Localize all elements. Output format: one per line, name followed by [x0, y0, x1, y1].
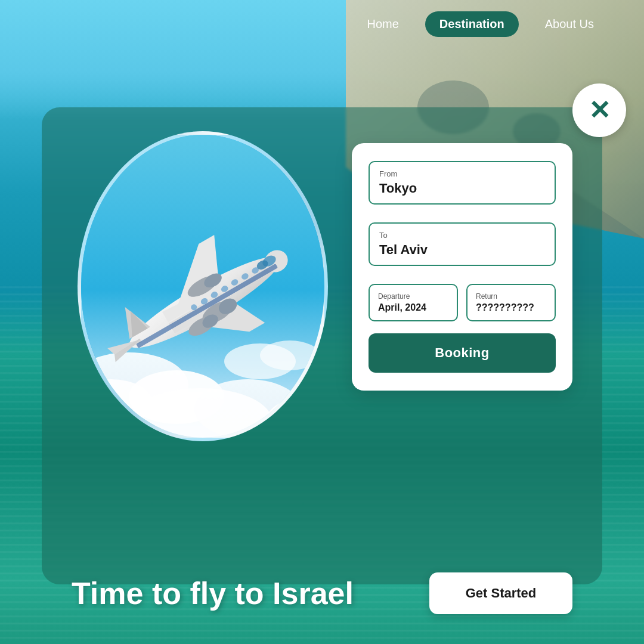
- booking-button[interactable]: Booking: [369, 333, 556, 373]
- plane-image-oval: [78, 131, 328, 441]
- nav-destination[interactable]: Destination: [425, 11, 519, 37]
- bottom-section: Time to fly to Israel Get Started: [72, 572, 572, 614]
- nav-home[interactable]: Home: [352, 11, 413, 37]
- get-started-button[interactable]: Get Started: [429, 572, 572, 614]
- booking-panel: From Tokyo To Tel Aviv Departure April, …: [352, 143, 572, 391]
- nav-about[interactable]: About Us: [531, 11, 608, 37]
- departure-field[interactable]: Departure April, 2024: [369, 284, 458, 321]
- close-icon: ✕: [589, 97, 611, 123]
- tagline-text: Time to fly to Israel: [72, 575, 354, 612]
- departure-label: Departure: [378, 292, 448, 301]
- to-field[interactable]: To Tel Aviv: [369, 222, 556, 266]
- from-label: From: [379, 169, 545, 178]
- close-button[interactable]: ✕: [572, 83, 626, 137]
- plane-illustration: [81, 135, 328, 441]
- return-label: Return: [476, 292, 546, 301]
- return-value: ??????????: [476, 302, 546, 313]
- navigation: Home Destination About Us: [0, 0, 644, 48]
- return-field[interactable]: Return ??????????: [466, 284, 556, 321]
- to-label: To: [379, 231, 545, 240]
- from-field[interactable]: From Tokyo: [369, 161, 556, 205]
- date-row: Departure April, 2024 Return ??????????: [369, 284, 556, 321]
- departure-value: April, 2024: [378, 302, 448, 313]
- to-value: Tel Aviv: [379, 242, 545, 258]
- from-value: Tokyo: [379, 181, 545, 196]
- svg-point-11: [260, 340, 320, 370]
- main-card: ✕: [42, 107, 602, 584]
